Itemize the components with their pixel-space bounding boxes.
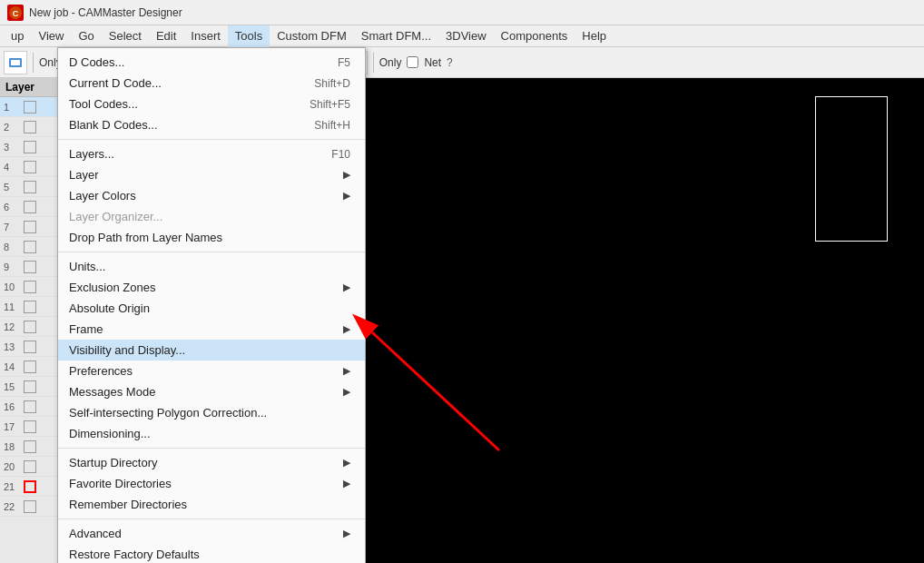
layer-color-box	[24, 141, 36, 153]
dropdown-item[interactable]: Dimensioning...	[58, 423, 365, 444]
menu-select[interactable]: Select	[102, 25, 149, 47]
layer-number: 20	[4, 461, 24, 472]
dropdown-item-label: Exclusion Zones	[69, 281, 155, 294]
layer-number: 5	[4, 182, 24, 193]
dropdown-item: Layer Organizer...	[58, 206, 365, 227]
layer-color-box	[24, 500, 36, 513]
dropdown-item-label: Layer Organizer...	[69, 210, 162, 223]
dropdown-item[interactable]: Self-intersecting Polygon Correction...	[58, 402, 365, 423]
menu-edit[interactable]: Edit	[149, 25, 183, 47]
layer-color-box	[24, 221, 36, 233]
submenu-arrow-icon: ▶	[343, 323, 350, 335]
submenu-arrow-icon: ▶	[343, 169, 350, 181]
layer-number: 10	[4, 282, 24, 292]
dropdown-item[interactable]: Visibility and Display...	[58, 340, 365, 361]
menu-view[interactable]: View	[31, 25, 71, 47]
dropdown-separator	[58, 139, 365, 140]
dropdown-item[interactable]: Absolute Origin	[58, 298, 365, 319]
layer-number: 9	[4, 262, 24, 272]
layer-number: 1	[4, 102, 24, 113]
menu-bar: up View Go Select Edit Insert Tools Cust…	[0, 25, 924, 47]
dropdown-item[interactable]: Frame▶	[58, 319, 365, 340]
dropdown-shortcut: F10	[331, 148, 350, 161]
dropdown-item[interactable]: D Codes...F5	[58, 52, 365, 73]
dropdown-item-label: Favorite Directories	[69, 477, 172, 490]
net-label: Net	[424, 56, 441, 69]
toolbar-separator-3	[373, 53, 374, 73]
dropdown-item[interactable]: Tool Codes...Shift+F5	[58, 94, 365, 114]
menu-custom-dfm[interactable]: Custom DFM	[270, 25, 354, 47]
layer-number: 2	[4, 122, 24, 133]
dropdown-item[interactable]: Favorite Directories▶	[58, 473, 365, 494]
dropdown-item[interactable]: Current D Code...Shift+D	[58, 73, 365, 94]
layer-number: 4	[4, 162, 24, 173]
dropdown-item-label: Messages Mode	[69, 385, 155, 399]
layer-number: 7	[4, 222, 24, 232]
dropdown-item[interactable]: Remember Directories	[58, 494, 365, 515]
canvas-rect	[815, 96, 888, 242]
dropdown-item[interactable]: Exclusion Zones▶	[58, 277, 365, 298]
submenu-arrow-icon: ▶	[343, 528, 350, 539]
dropdown-item[interactable]: Preferences▶	[58, 361, 365, 381]
dropdown-item[interactable]: Drop Path from Layer Names	[58, 227, 365, 248]
menu-go[interactable]: Go	[71, 25, 101, 47]
layer-color-box	[24, 341, 36, 353]
dropdown-item[interactable]: Blank D Codes...Shift+H	[58, 114, 365, 135]
menu-insert[interactable]: Insert	[183, 25, 228, 47]
dropdown-separator	[58, 448, 365, 449]
dropdown-item[interactable]: Messages Mode▶	[58, 381, 365, 402]
dropdown-item-label: Advanced	[69, 527, 122, 540]
dropdown-items: D Codes...F5Current D Code...Shift+DTool…	[58, 52, 365, 563]
layer-color-box	[24, 400, 36, 413]
menu-up[interactable]: up	[4, 25, 31, 47]
submenu-arrow-icon: ▶	[343, 457, 350, 469]
dropdown-item[interactable]: Units...	[58, 256, 365, 277]
menu-smart-dfm[interactable]: Smart DFM...	[354, 25, 438, 47]
layer-color-box	[24, 181, 36, 193]
dropdown-shortcut: F5	[338, 56, 350, 69]
title-bar: C New job - CAMMaster Designer	[0, 0, 924, 25]
layer-number: 21	[4, 481, 24, 492]
layer-color-box	[24, 281, 36, 293]
layer-number: 16	[4, 401, 24, 412]
menu-3dview[interactable]: 3DView	[438, 25, 494, 47]
toolbar-icon-1[interactable]	[4, 51, 27, 74]
menu-tools[interactable]: Tools	[228, 25, 270, 47]
layer-color-box	[24, 440, 36, 453]
layer-color-box	[24, 161, 36, 173]
layer-color-box	[24, 241, 36, 253]
dropdown-item-label: Drop Path from Layer Names	[69, 231, 222, 244]
toolbar-separator-1	[33, 53, 34, 73]
layer-color-box	[24, 460, 36, 473]
svg-rect-3	[11, 60, 20, 65]
layer-number: 17	[4, 421, 24, 432]
dropdown-item-label: Dimensioning...	[69, 427, 151, 440]
dropdown-item-label: Layer Colors	[69, 189, 136, 202]
dropdown-item[interactable]: Advanced▶	[58, 523, 365, 544]
svg-line-5	[372, 332, 499, 450]
menu-components[interactable]: Components	[494, 25, 575, 47]
layer-color-box	[24, 321, 36, 333]
layer-color-box	[24, 261, 36, 273]
only-checkbox-3[interactable]	[407, 56, 418, 68]
svg-text:C: C	[13, 9, 19, 18]
dropdown-item-label: Preferences	[69, 364, 133, 378]
layer-color-box	[24, 301, 36, 313]
layer-color-box	[24, 201, 36, 213]
layer-color-box	[24, 101, 36, 114]
dropdown-item-label: Remember Directories	[69, 498, 187, 511]
dropdown-item-label: Layer	[69, 168, 99, 182]
dropdown-item[interactable]: Layers...F10	[58, 143, 365, 164]
layer-number: 8	[4, 242, 24, 252]
dropdown-item-label: Startup Directory	[69, 456, 158, 469]
dropdown-item-label: Self-intersecting Polygon Correction...	[69, 406, 267, 420]
only-label-3: Only	[379, 56, 402, 69]
menu-help[interactable]: Help	[575, 25, 614, 47]
submenu-arrow-icon: ▶	[343, 190, 350, 202]
dropdown-item[interactable]: Layer▶	[58, 164, 365, 185]
dropdown-item[interactable]: Restore Factory Defaults	[58, 544, 365, 563]
dropdown-item[interactable]: Startup Directory▶	[58, 452, 365, 473]
layer-number: 13	[4, 341, 24, 352]
dropdown-item[interactable]: Layer Colors▶	[58, 185, 365, 206]
layer-number: 12	[4, 321, 24, 332]
